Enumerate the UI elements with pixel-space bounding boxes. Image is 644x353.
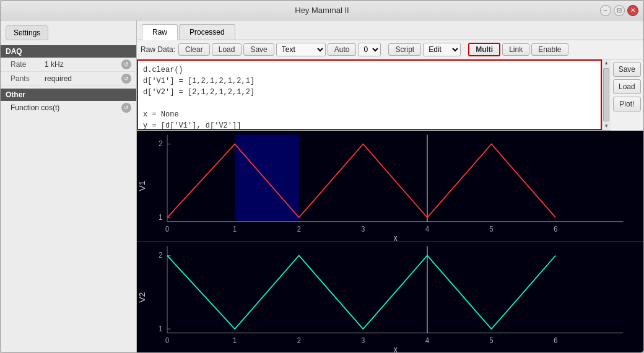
code-area-wrapper: d.clear() d['V1'] = [1,2,1,2,1,2,1] d['V… [137, 59, 643, 131]
svg-text:x: x [394, 344, 398, 352]
scroll-down-icon[interactable]: ▼ [603, 123, 610, 130]
chart1-svg: 2 1 0 1 2 3 4 5 6 [137, 131, 643, 242]
settings-tab[interactable]: Settings [6, 25, 48, 40]
clear-button[interactable]: Clear [178, 43, 210, 56]
pants-row: Pants required ↺ [1, 72, 136, 86]
function-row: Function cos(t) ↺ [1, 101, 136, 115]
link-button[interactable]: Link [502, 43, 529, 56]
svg-text:5: 5 [490, 336, 494, 345]
rate-label: Rate [11, 60, 45, 69]
tab-raw[interactable]: Raw [142, 24, 178, 40]
main-window: Hey Mammal II − ⊡ ✕ Settings DAQ Rate 1 … [0, 0, 644, 353]
chart2-container: 2 1 0 1 2 3 4 5 6 [137, 242, 643, 353]
svg-rect-0 [137, 131, 643, 242]
chart2-svg: 2 1 0 1 2 3 4 5 6 [137, 242, 643, 353]
sidebar: Settings DAQ Rate 1 kHz ↺ Pants required… [1, 20, 137, 352]
charts-area: 2 1 0 1 2 3 4 5 6 [137, 131, 643, 352]
restore-button[interactable]: ⊡ [614, 5, 625, 16]
svg-text:2: 2 [297, 336, 301, 345]
svg-text:3: 3 [361, 336, 365, 345]
svg-text:6: 6 [554, 224, 557, 233]
multi-button[interactable]: Multi [468, 43, 500, 56]
svg-text:1: 1 [159, 212, 162, 222]
enable-button[interactable]: Enable [531, 43, 568, 56]
svg-text:V1: V1 [138, 181, 147, 191]
load-button[interactable]: Load [212, 43, 242, 56]
svg-text:1: 1 [233, 336, 237, 345]
pants-label: Pants [11, 74, 45, 83]
svg-text:1: 1 [159, 324, 162, 333]
side-load-button[interactable]: Load [613, 79, 641, 94]
window-title: Hey Mammal II [295, 6, 349, 15]
daq-section-header: DAQ [1, 45, 136, 58]
tab-processed[interactable]: Processed [179, 24, 235, 40]
side-plot-button[interactable]: Plot! [613, 97, 641, 111]
scroll-up-icon[interactable]: ▲ [603, 59, 610, 67]
side-save-button[interactable]: Save [613, 62, 641, 77]
svg-text:6: 6 [554, 336, 557, 345]
minimize-button[interactable]: − [600, 5, 611, 16]
pants-reset-icon[interactable]: ↺ [121, 74, 131, 84]
rate-row: Rate 1 kHz ↺ [1, 58, 136, 72]
svg-text:3: 3 [361, 224, 365, 233]
save-button[interactable]: Save [243, 43, 274, 56]
code-scrollbar[interactable]: ▲ ▼ [602, 59, 611, 130]
svg-text:2: 2 [297, 224, 301, 233]
chart1-container: 2 1 0 1 2 3 4 5 6 [137, 131, 643, 242]
svg-rect-1 [235, 134, 299, 221]
scroll-thumb[interactable] [603, 68, 609, 121]
type-select[interactable]: Text Binary [276, 43, 326, 56]
rate-reset-icon[interactable]: ↺ [121, 59, 131, 69]
window-controls: − ⊡ ✕ [600, 5, 638, 16]
right-panel: Raw Processed Raw Data: Clear Load Save … [137, 20, 643, 352]
close-button[interactable]: ✕ [627, 5, 638, 16]
svg-text:0: 0 [165, 224, 169, 233]
svg-text:V2: V2 [138, 292, 147, 302]
script-button[interactable]: Script [388, 43, 421, 56]
titlebar: Hey Mammal II − ⊡ ✕ [1, 1, 643, 20]
code-panel: d.clear() d['V1'] = [1,2,1,2,1,2,1] d['V… [137, 59, 611, 131]
function-label: Function cos(t) [11, 103, 59, 112]
raw-data-label: Raw Data: [141, 45, 175, 54]
svg-text:2: 2 [159, 250, 162, 259]
tab-bar: Raw Processed [137, 20, 643, 40]
auto-button[interactable]: Auto [328, 43, 357, 56]
toolbar: Raw Data: Clear Load Save Text Binary Au… [137, 40, 643, 59]
svg-text:1: 1 [233, 224, 237, 233]
edit-select[interactable]: Edit View Other [423, 43, 461, 56]
svg-text:0: 0 [165, 336, 169, 345]
svg-text:4: 4 [425, 224, 429, 233]
side-buttons-panel: Save Load Plot! [611, 59, 643, 131]
pants-value: required [45, 74, 121, 83]
svg-text:4: 4 [425, 336, 429, 345]
svg-text:2: 2 [159, 139, 162, 149]
function-reset-icon[interactable]: ↺ [121, 103, 131, 113]
rate-value: 1 kHz [45, 60, 121, 69]
other-section-header: Other [1, 89, 136, 101]
main-content: Settings DAQ Rate 1 kHz ↺ Pants required… [1, 20, 643, 352]
offset-select[interactable]: 0 1 2 [358, 43, 381, 56]
svg-text:5: 5 [490, 224, 494, 233]
code-editor[interactable]: d.clear() d['V1'] = [1,2,1,2,1,2,1] d['V… [137, 59, 602, 130]
svg-text:x: x [394, 233, 398, 242]
